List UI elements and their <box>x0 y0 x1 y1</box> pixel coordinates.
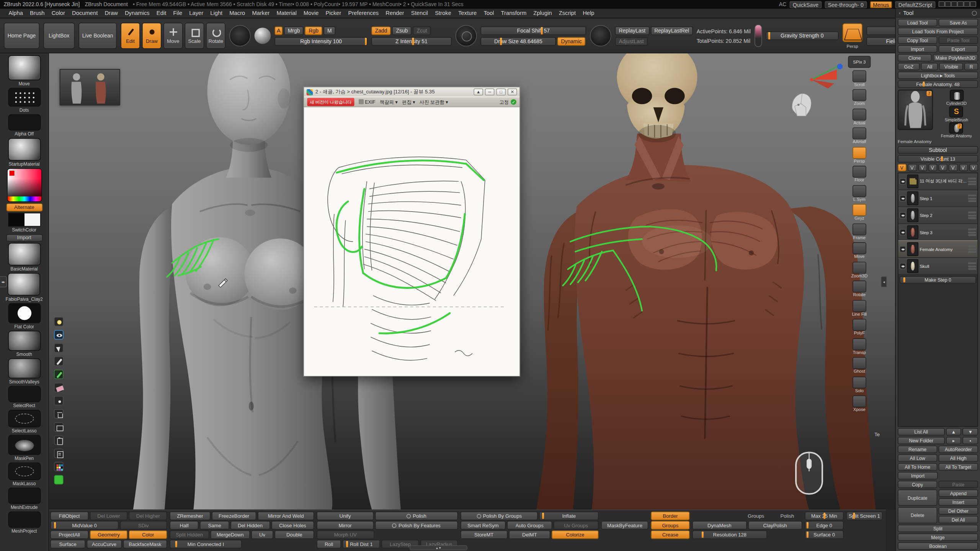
clipboard-icon[interactable] <box>54 435 64 445</box>
del-hidden-button[interactable]: Del Hidden <box>230 521 270 530</box>
tray-item-import[interactable]: Import <box>6 234 42 242</box>
dot-icon[interactable] <box>54 396 64 406</box>
tray-item-picker[interactable] <box>7 168 42 202</box>
uv-button[interactable]: Uv <box>251 530 273 539</box>
visibility-eye-icon[interactable] <box>900 246 906 252</box>
left-divider-handle[interactable]: ◂▸ <box>0 276 7 288</box>
all-low-button[interactable]: All Low <box>898 454 937 462</box>
unify-button[interactable]: Unify <box>317 512 374 520</box>
startupmaterial-thumb[interactable] <box>8 138 41 161</box>
color-swatch-pair[interactable] <box>8 213 41 227</box>
rename-button[interactable]: Rename <box>898 445 937 453</box>
zadd-button[interactable]: Zadd <box>371 26 391 35</box>
zoom3d-icon[interactable] <box>853 261 866 273</box>
shelf-move[interactable]: Move <box>853 242 866 259</box>
v2-button[interactable]: V2 <box>908 164 917 171</box>
auto-groups-button[interactable]: Auto Groups <box>507 521 552 530</box>
visibility-eye-icon[interactable] <box>900 263 906 269</box>
import-button[interactable]: Import <box>898 472 938 479</box>
gxyz-icon[interactable] <box>853 204 866 216</box>
scale-mode-button[interactable]: Scale <box>185 23 204 49</box>
menus-button[interactable]: Menus <box>870 1 892 8</box>
shelf-frame[interactable]: Frame <box>853 223 866 240</box>
split-hidden-dis[interactable]: Split Hidden <box>170 530 209 539</box>
all-to-home-button[interactable]: All To Home <box>898 463 937 471</box>
focal-shift-slider[interactable]: Focal Shift 57 <box>480 26 586 35</box>
document-canvas[interactable]: 2 - 쇄골, 가슴 > chest_cutaway.jpg [12/16] -… <box>49 53 895 509</box>
zoom-icon[interactable] <box>853 89 866 101</box>
shelf-rotate[interactable]: Rotate <box>853 280 866 297</box>
material-button[interactable]: Material <box>273 8 300 18</box>
a-badge[interactable]: A <box>274 26 283 35</box>
picker-thumb[interactable] <box>7 168 42 202</box>
tray-item-meshextrude[interactable]: MeshExtrude <box>8 487 41 510</box>
screen-icon[interactable] <box>54 422 64 432</box>
v4-button[interactable]: V4 <box>928 164 937 171</box>
canvas-nav-thumbnail[interactable] <box>60 69 120 105</box>
tray-item-masklasso[interactable]: MaskLasso <box>8 463 41 486</box>
subtool-widgets[interactable] <box>968 245 976 253</box>
preferences-button[interactable]: Preferences <box>345 8 382 18</box>
panel-menu-icon[interactable] <box>972 10 977 15</box>
draw-button[interactable]: Draw <box>101 8 121 18</box>
light-icon[interactable] <box>54 317 64 326</box>
lightbox-tools-button[interactable]: Lightbox►Tools <box>898 72 978 79</box>
subtool-widgets[interactable] <box>968 228 976 236</box>
tray-item-maskpen[interactable]: MaskPen <box>8 435 41 461</box>
save-as-button[interactable]: Save As <box>939 19 978 26</box>
double-button[interactable]: Double <box>274 530 314 539</box>
meshproject-thumb[interactable] <box>8 512 41 528</box>
delmt-button[interactable]: DelMT <box>509 530 550 539</box>
copy-button[interactable]: Copy <box>898 481 937 488</box>
shelf-aahalf[interactable]: AAHalf <box>853 127 866 144</box>
subtool-widgets[interactable] <box>968 212 976 219</box>
visible-count-13-slider[interactable]: Visible Count 13 <box>898 155 978 163</box>
r-button[interactable]: R <box>965 63 978 70</box>
list-all-button[interactable]: List All <box>898 428 945 436</box>
pen-icon[interactable] <box>54 357 64 366</box>
mirror-and-weld-button[interactable]: Mirror And Weld <box>258 512 314 520</box>
draw-size-slider[interactable]: Draw Size 48.64685 <box>480 37 556 46</box>
zremesher-button[interactable]: ZRemesher <box>170 512 210 520</box>
shelf-gxyz[interactable]: Gxyz <box>853 204 866 221</box>
del-lower-dis[interactable]: Del Lower <box>90 512 128 520</box>
new-folder-button[interactable]: New Folder <box>898 437 945 445</box>
insert-button[interactable]: Insert <box>939 498 978 506</box>
make-polymesh3d-button[interactable]: Make PolyMesh3D <box>933 54 978 62</box>
selectlasso-thumb[interactable] <box>8 410 41 427</box>
move-thumb[interactable] <box>8 55 41 80</box>
backfacemask-button[interactable]: BackfaceMask <box>123 540 167 548</box>
item-button[interactable]: □ <box>496 88 506 95</box>
clone-button[interactable]: Clone <box>898 54 931 62</box>
tool-button[interactable]: Tool <box>480 8 497 18</box>
material-sphere-icon[interactable] <box>255 28 271 44</box>
tool-slot-simplebrush[interactable]: S SimpleBrush <box>945 106 968 122</box>
masklasso-thumb[interactable] <box>8 463 41 480</box>
load-tools-from-project-button[interactable]: Load Tools From Project <box>898 28 978 35</box>
tray-item-alternate[interactable]: Alternate <box>6 203 42 211</box>
viewer-title-bar[interactable]: 2 - 쇄골, 가슴 > chest_cutaway.jpg [12/16] -… <box>304 87 519 97</box>
mergedown-button[interactable]: MergeDown <box>211 530 250 539</box>
tray-item-smoothvalleys[interactable]: SmoothValleys <box>8 358 41 385</box>
alternate-button[interactable]: Alternate <box>6 203 42 211</box>
sdiv-dis[interactable]: SDiv <box>120 521 167 530</box>
claypolish-button[interactable]: ClayPolish <box>748 521 802 530</box>
colorize-orange[interactable]: Colorize <box>552 530 599 539</box>
active-tool-thumbnail[interactable]: 7 <box>898 90 933 130</box>
tray-item-switchcolor[interactable]: SwitchColor <box>8 213 41 233</box>
tray-item-flat-color[interactable]: Flat Color <box>8 303 41 329</box>
maskbyfeature-button[interactable]: MaskByFeature <box>601 521 648 530</box>
dynamic-button[interactable]: Dynamic <box>557 37 586 46</box>
shelf-solo[interactable]: Solo <box>853 376 866 393</box>
shelf-zoom3d[interactable]: Zoom3D <box>851 261 868 278</box>
female-anatomy-48-slider[interactable]: Female Anatomy. 48 <box>898 80 978 88</box>
actual-icon[interactable] <box>853 108 866 120</box>
rgb-button[interactable]: Rgb <box>305 26 322 35</box>
dynamics-button[interactable]: Dynamics <box>121 8 153 18</box>
split-screen-1-slider[interactable]: Split Screen 1 <box>846 512 882 520</box>
tool-slot-female-anatomy[interactable]: 7 Female Anatomy <box>941 122 972 138</box>
transp-icon[interactable] <box>853 338 866 350</box>
palette-icon[interactable] <box>54 462 64 471</box>
surface-button[interactable]: Surface <box>50 540 85 548</box>
shelf-spix-3[interactable]: SPix 3 <box>848 56 871 68</box>
